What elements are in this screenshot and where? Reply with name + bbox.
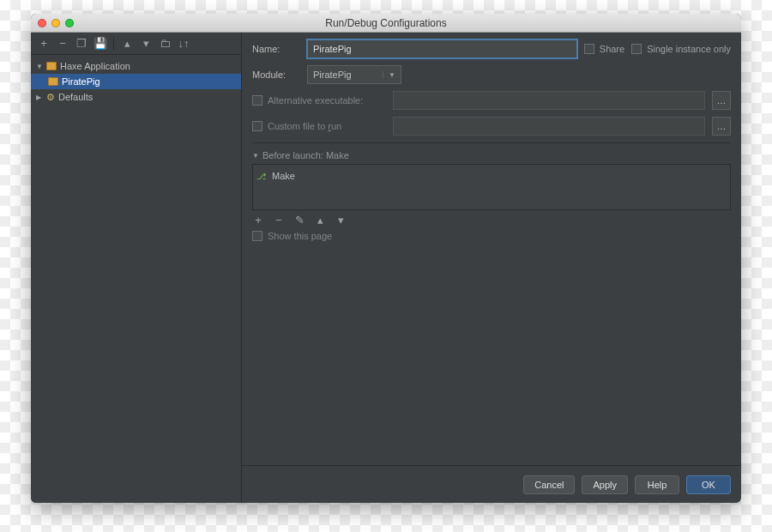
checkbox-icon xyxy=(252,231,262,241)
dialog-body: + − ❐ 💾 ▴ ▾ 🗀 ↓↑ ▼ Haxe Application Pira xyxy=(31,33,741,503)
list-item-label: Make xyxy=(272,171,295,181)
tree-node-haxe-application[interactable]: ▼ Haxe Application xyxy=(31,58,241,74)
custom-file-checkbox[interactable]: Custom file to run xyxy=(252,121,386,131)
before-launch-list[interactable]: ⎇ Make xyxy=(252,164,731,210)
name-input[interactable] xyxy=(307,39,577,58)
sort-icon[interactable]: ↓↑ xyxy=(178,38,190,50)
apply-button[interactable]: Apply xyxy=(582,475,628,494)
titlebar: Run/Debug Configurations xyxy=(31,14,741,33)
module-value: PiratePig xyxy=(313,70,352,80)
ok-button[interactable]: OK xyxy=(686,475,731,494)
alt-exec-browse-button[interactable]: … xyxy=(712,91,731,110)
remove-icon[interactable]: − xyxy=(57,38,69,50)
move-up-icon[interactable]: ▴ xyxy=(314,214,326,226)
window-title: Run/Debug Configurations xyxy=(31,17,741,29)
checkbox-icon xyxy=(252,121,262,131)
config-icon xyxy=(48,77,58,86)
custom-file-label: Custom file to run xyxy=(268,121,341,131)
chevron-down-icon: ▼ xyxy=(383,71,395,79)
list-item[interactable]: ⎇ Make xyxy=(256,168,727,184)
folder-icon[interactable]: 🗀 xyxy=(159,38,171,50)
move-down-icon[interactable]: ▾ xyxy=(140,38,152,50)
cancel-button[interactable]: Cancel xyxy=(523,475,575,494)
toolbar-separator xyxy=(113,37,114,51)
before-launch-label: Before launch: Make xyxy=(262,150,349,160)
checkbox-icon xyxy=(252,95,262,106)
move-down-icon[interactable]: ▾ xyxy=(335,214,347,226)
single-instance-label: Single instance only xyxy=(647,44,731,54)
copy-icon[interactable]: ❐ xyxy=(75,38,87,50)
dialog-footer: Cancel Apply Help OK xyxy=(242,465,741,503)
config-tree: ▼ Haxe Application PiratePig ▶ ⚙ Default… xyxy=(31,55,241,503)
tree-node-label: Defaults xyxy=(58,92,93,102)
row-alt-exec: Alternative executable: … xyxy=(252,91,731,110)
sidebar-toolbar: + − ❐ 💾 ▴ ▾ 🗀 ↓↑ xyxy=(31,33,241,55)
show-this-page-checkbox[interactable]: Show this page xyxy=(252,231,731,241)
tree-node-piratepig[interactable]: PiratePig xyxy=(31,74,241,89)
config-form: Name: Share Single instance only Module:… xyxy=(242,33,741,241)
add-icon[interactable]: + xyxy=(252,214,264,226)
main-panel: Name: Share Single instance only Module:… xyxy=(242,33,741,503)
save-icon[interactable]: 💾 xyxy=(94,38,106,50)
share-label: Share xyxy=(600,44,624,54)
row-module: Module: PiratePig ▼ xyxy=(252,65,731,84)
separator xyxy=(252,142,731,143)
before-launch-toolbar: + − ✎ ▴ ▾ xyxy=(252,210,731,231)
show-this-page-label: Show this page xyxy=(268,231,332,241)
alt-exec-checkbox[interactable]: Alternative executable: xyxy=(252,95,386,106)
add-icon[interactable]: + xyxy=(38,38,50,50)
tree-node-defaults[interactable]: ▶ ⚙ Defaults xyxy=(31,89,241,105)
name-label: Name: xyxy=(252,44,300,54)
move-up-icon[interactable]: ▴ xyxy=(121,38,133,50)
gear-icon: ⚙ xyxy=(46,92,55,103)
tree-node-label: Haxe Application xyxy=(60,61,130,71)
checkbox-icon xyxy=(631,44,642,54)
collapse-icon: ▼ xyxy=(36,63,43,70)
before-launch-header[interactable]: ▼ Before launch: Make xyxy=(252,150,731,160)
alt-exec-label: Alternative executable: xyxy=(268,95,363,106)
make-icon: ⎇ xyxy=(256,172,267,181)
module-label: Module: xyxy=(252,70,300,80)
app-type-icon xyxy=(46,62,57,70)
share-checkbox[interactable]: Share xyxy=(584,44,624,54)
module-select[interactable]: PiratePig ▼ xyxy=(307,65,401,84)
sidebar: + − ❐ 💾 ▴ ▾ 🗀 ↓↑ ▼ Haxe Application Pira xyxy=(31,33,242,503)
help-button[interactable]: Help xyxy=(635,475,679,494)
expand-icon: ▶ xyxy=(36,94,43,101)
alt-exec-input xyxy=(393,91,705,110)
row-name: Name: Share Single instance only xyxy=(252,39,731,58)
row-custom-file: Custom file to run … xyxy=(252,117,731,136)
single-instance-checkbox[interactable]: Single instance only xyxy=(631,44,731,54)
remove-icon[interactable]: − xyxy=(273,214,285,226)
dialog-window: Run/Debug Configurations + − ❐ 💾 ▴ ▾ 🗀 ↓… xyxy=(31,14,741,503)
custom-file-input xyxy=(393,117,705,136)
collapse-icon: ▼ xyxy=(252,152,259,160)
checkbox-icon xyxy=(584,44,594,54)
edit-icon[interactable]: ✎ xyxy=(293,214,305,226)
custom-file-browse-button[interactable]: … xyxy=(712,117,731,136)
tree-node-label: PiratePig xyxy=(62,76,100,87)
